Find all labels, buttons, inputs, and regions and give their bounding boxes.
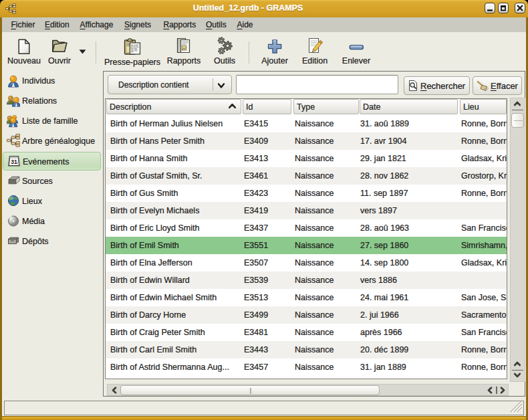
- svg-text:31: 31: [11, 159, 17, 165]
